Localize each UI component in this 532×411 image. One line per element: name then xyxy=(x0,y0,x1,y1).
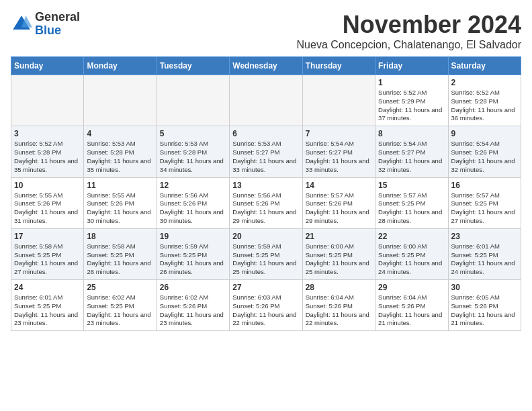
calendar-cell: 19Sunrise: 5:59 AMSunset: 5:25 PMDayligh… xyxy=(157,228,229,279)
calendar-cell: 5Sunrise: 5:53 AMSunset: 5:28 PMDaylight… xyxy=(157,126,229,177)
day-number: 29 xyxy=(378,283,445,292)
day-info: Sunrise: 5:52 AMSunset: 5:28 PMDaylight:… xyxy=(14,140,81,174)
day-info: Sunrise: 6:02 AMSunset: 5:25 PMDaylight:… xyxy=(87,293,153,328)
day-number: 21 xyxy=(306,232,372,241)
day-number: 10 xyxy=(14,181,81,190)
calendar-cell: 27Sunrise: 6:03 AMSunset: 5:26 PMDayligh… xyxy=(230,280,302,331)
day-number: 4 xyxy=(87,129,153,138)
calendar-cell: 6Sunrise: 5:53 AMSunset: 5:27 PMDaylight… xyxy=(230,126,302,177)
calendar-cell: 4Sunrise: 5:53 AMSunset: 5:28 PMDaylight… xyxy=(84,126,157,177)
calendar-cell: 9Sunrise: 5:54 AMSunset: 5:26 PMDaylight… xyxy=(448,126,521,177)
calendar-cell: 16Sunrise: 5:57 AMSunset: 5:25 PMDayligh… xyxy=(448,177,521,228)
calendar-table: SundayMondayTuesdayWednesdayThursdayFrid… xyxy=(11,56,521,331)
day-number: 28 xyxy=(306,283,372,292)
calendar-cell: 22Sunrise: 6:00 AMSunset: 5:25 PMDayligh… xyxy=(375,228,448,279)
calendar-cell: 13Sunrise: 5:56 AMSunset: 5:26 PMDayligh… xyxy=(230,177,302,228)
calendar-cell: 26Sunrise: 6:02 AMSunset: 5:26 PMDayligh… xyxy=(157,280,229,331)
day-number: 24 xyxy=(14,283,81,292)
day-info: Sunrise: 5:53 AMSunset: 5:28 PMDaylight:… xyxy=(160,140,226,174)
day-number: 23 xyxy=(451,232,518,241)
day-number: 5 xyxy=(160,129,226,138)
day-number: 17 xyxy=(14,232,81,241)
calendar-week-row: 3Sunrise: 5:52 AMSunset: 5:28 PMDaylight… xyxy=(11,126,521,177)
month-title: November 2024 xyxy=(297,11,521,39)
calendar-cell: 23Sunrise: 6:01 AMSunset: 5:25 PMDayligh… xyxy=(448,228,521,279)
day-number: 11 xyxy=(87,181,153,190)
calendar-cell xyxy=(302,75,375,126)
day-info: Sunrise: 6:04 AMSunset: 5:26 PMDaylight:… xyxy=(378,293,445,328)
day-info: Sunrise: 5:52 AMSunset: 5:28 PMDaylight:… xyxy=(451,89,518,123)
day-info: Sunrise: 5:55 AMSunset: 5:26 PMDaylight:… xyxy=(87,191,153,226)
logo-general: General xyxy=(35,10,80,24)
weekday-header-row: SundayMondayTuesdayWednesdayThursdayFrid… xyxy=(11,57,521,75)
day-info: Sunrise: 5:56 AMSunset: 5:26 PMDaylight:… xyxy=(160,191,226,226)
calendar-week-row: 17Sunrise: 5:58 AMSunset: 5:25 PMDayligh… xyxy=(11,228,521,279)
day-info: Sunrise: 5:59 AMSunset: 5:25 PMDaylight:… xyxy=(232,242,299,277)
day-number: 3 xyxy=(14,129,81,138)
day-info: Sunrise: 5:59 AMSunset: 5:25 PMDaylight:… xyxy=(160,242,226,277)
day-number: 20 xyxy=(232,232,299,241)
day-info: Sunrise: 5:57 AMSunset: 5:26 PMDaylight:… xyxy=(306,191,372,226)
day-info: Sunrise: 5:52 AMSunset: 5:29 PMDaylight:… xyxy=(378,89,445,123)
calendar-cell xyxy=(230,75,302,126)
calendar-week-row: 24Sunrise: 6:01 AMSunset: 5:25 PMDayligh… xyxy=(11,280,521,331)
day-info: Sunrise: 6:04 AMSunset: 5:26 PMDaylight:… xyxy=(306,293,372,328)
calendar-cell: 24Sunrise: 6:01 AMSunset: 5:25 PMDayligh… xyxy=(11,280,84,331)
day-info: Sunrise: 6:03 AMSunset: 5:26 PMDaylight:… xyxy=(232,293,299,328)
day-info: Sunrise: 6:02 AMSunset: 5:26 PMDaylight:… xyxy=(160,293,226,328)
logo-blue: Blue xyxy=(35,24,61,37)
calendar-cell: 21Sunrise: 6:00 AMSunset: 5:25 PMDayligh… xyxy=(302,228,375,279)
day-info: Sunrise: 5:58 AMSunset: 5:25 PMDaylight:… xyxy=(14,242,81,277)
logo-icon xyxy=(11,13,32,35)
calendar-cell: 28Sunrise: 6:04 AMSunset: 5:26 PMDayligh… xyxy=(302,280,375,331)
day-number: 2 xyxy=(451,78,518,87)
page-header: General Blue November 2024 Nueva Concepc… xyxy=(11,11,521,51)
calendar-cell: 10Sunrise: 5:55 AMSunset: 5:26 PMDayligh… xyxy=(11,177,84,228)
day-info: Sunrise: 6:01 AMSunset: 5:25 PMDaylight:… xyxy=(451,242,518,277)
day-number: 26 xyxy=(160,283,226,292)
day-number: 25 xyxy=(87,283,153,292)
logo: General Blue xyxy=(11,11,80,38)
day-info: Sunrise: 5:58 AMSunset: 5:25 PMDaylight:… xyxy=(87,242,153,277)
day-number: 6 xyxy=(232,129,299,138)
calendar-cell: 15Sunrise: 5:57 AMSunset: 5:25 PMDayligh… xyxy=(375,177,448,228)
calendar-week-row: 10Sunrise: 5:55 AMSunset: 5:26 PMDayligh… xyxy=(11,177,521,228)
calendar-week-row: 1Sunrise: 5:52 AMSunset: 5:29 PMDaylight… xyxy=(11,75,521,126)
day-number: 30 xyxy=(451,283,518,292)
day-info: Sunrise: 5:54 AMSunset: 5:27 PMDaylight:… xyxy=(306,140,372,174)
day-number: 15 xyxy=(378,181,445,190)
day-info: Sunrise: 5:57 AMSunset: 5:25 PMDaylight:… xyxy=(451,191,518,226)
day-number: 9 xyxy=(451,129,518,138)
day-info: Sunrise: 5:54 AMSunset: 5:26 PMDaylight:… xyxy=(451,140,518,174)
day-number: 8 xyxy=(378,129,445,138)
weekday-header: Monday xyxy=(84,57,157,75)
weekday-header: Sunday xyxy=(11,57,84,75)
calendar-cell xyxy=(84,75,157,126)
calendar-cell: 11Sunrise: 5:55 AMSunset: 5:26 PMDayligh… xyxy=(84,177,157,228)
calendar-cell: 20Sunrise: 5:59 AMSunset: 5:25 PMDayligh… xyxy=(230,228,302,279)
calendar-cell: 1Sunrise: 5:52 AMSunset: 5:29 PMDaylight… xyxy=(375,75,448,126)
calendar-cell: 17Sunrise: 5:58 AMSunset: 5:25 PMDayligh… xyxy=(11,228,84,279)
day-info: Sunrise: 5:56 AMSunset: 5:26 PMDaylight:… xyxy=(232,191,299,226)
day-number: 18 xyxy=(87,232,153,241)
day-number: 12 xyxy=(160,181,226,190)
calendar-cell: 14Sunrise: 5:57 AMSunset: 5:26 PMDayligh… xyxy=(302,177,375,228)
calendar-cell xyxy=(11,75,84,126)
calendar-cell: 8Sunrise: 5:54 AMSunset: 5:27 PMDaylight… xyxy=(375,126,448,177)
day-info: Sunrise: 5:54 AMSunset: 5:27 PMDaylight:… xyxy=(378,140,445,174)
location-subtitle: Nueva Concepcion, Chalatenango, El Salva… xyxy=(297,39,521,51)
day-number: 27 xyxy=(232,283,299,292)
day-number: 13 xyxy=(232,181,299,190)
day-number: 7 xyxy=(306,129,372,138)
day-info: Sunrise: 6:00 AMSunset: 5:25 PMDaylight:… xyxy=(306,242,372,277)
calendar-cell: 25Sunrise: 6:02 AMSunset: 5:25 PMDayligh… xyxy=(84,280,157,331)
weekday-header: Wednesday xyxy=(230,57,302,75)
calendar-cell: 7Sunrise: 5:54 AMSunset: 5:27 PMDaylight… xyxy=(302,126,375,177)
calendar-cell: 12Sunrise: 5:56 AMSunset: 5:26 PMDayligh… xyxy=(157,177,229,228)
title-block: November 2024 Nueva Concepcion, Chalaten… xyxy=(297,11,521,51)
weekday-header: Tuesday xyxy=(157,57,229,75)
day-number: 16 xyxy=(451,181,518,190)
weekday-header: Friday xyxy=(375,57,448,75)
day-info: Sunrise: 5:53 AMSunset: 5:28 PMDaylight:… xyxy=(87,140,153,174)
day-info: Sunrise: 6:00 AMSunset: 5:25 PMDaylight:… xyxy=(378,242,445,277)
